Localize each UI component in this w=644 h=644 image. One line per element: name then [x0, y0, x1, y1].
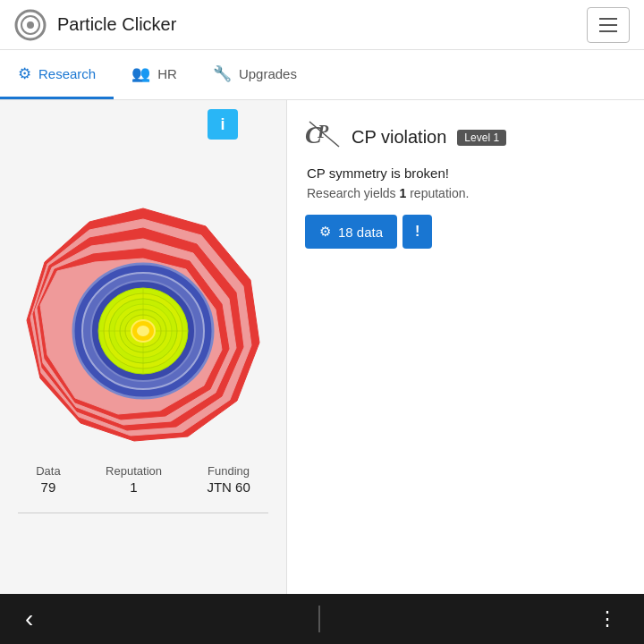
info-badge[interactable]: i [208, 109, 238, 140]
hamburger-button[interactable] [587, 7, 630, 43]
tab-research-label: Research [38, 66, 96, 81]
research-tab-icon: ⚙ [18, 64, 31, 83]
stat-data-label: Data [36, 464, 60, 478]
item-yield: Research yields 1 reputation. [307, 186, 626, 200]
tab-bar: ⚙ Research 👥 HR 🔧 Upgrades [0, 50, 644, 100]
app-title: Particle Clicker [57, 14, 176, 35]
tab-hr-label: HR [157, 66, 177, 81]
panel-divider [18, 513, 268, 513]
tab-upgrades-label: Upgrades [239, 66, 297, 81]
research-action-button[interactable]: ⚙ 18 data [305, 215, 397, 249]
nav-divider [318, 606, 320, 632]
stat-funding-label: Funding [208, 464, 250, 478]
exclamation-icon: ! [415, 224, 419, 240]
stat-reputation-value: 1 [130, 479, 137, 495]
app-bar: Particle Clicker [0, 0, 644, 50]
upgrades-tab-icon: 🔧 [213, 64, 232, 83]
particle-visualization[interactable] [18, 199, 268, 450]
tab-hr[interactable]: 👥 HR [114, 50, 195, 99]
research-btn-label: 18 data [338, 225, 383, 240]
yield-unit: reputation. [406, 186, 469, 200]
svg-text:P: P [317, 122, 329, 141]
more-options-button[interactable]: ⋮ [590, 600, 626, 638]
research-item-title: CP violation [352, 127, 446, 148]
cp-symbol-svg: C P [305, 118, 341, 150]
app-bar-left: Particle Clicker [14, 9, 176, 41]
svg-point-26 [137, 326, 149, 336]
tab-research[interactable]: ⚙ Research [0, 50, 114, 99]
research-item-header: C P CP violation Level 1 [305, 118, 626, 157]
gear-btn-icon: ⚙ [319, 224, 331, 240]
tab-upgrades[interactable]: 🔧 Upgrades [195, 50, 315, 99]
stat-funding-value: JTN 60 [207, 479, 250, 495]
hamburger-line-2 [599, 24, 617, 26]
stat-funding: Funding JTN 60 [207, 464, 250, 495]
item-description: CP symmetry is broken! [307, 165, 626, 181]
level-badge: Level 1 [457, 130, 506, 146]
stats-row: Data 79 Reputation 1 Funding JTN 60 [13, 464, 273, 504]
stat-data-value: 79 [41, 479, 56, 495]
right-panel: C P CP violation Level 1 CP symmetry is … [286, 100, 644, 594]
hamburger-line-1 [599, 18, 617, 20]
stat-data: Data 79 [36, 464, 60, 495]
app-logo-icon [14, 9, 47, 41]
bottom-nav-bar: ‹ ⋮ [0, 594, 644, 644]
hamburger-line-3 [599, 30, 617, 32]
hr-tab-icon: 👥 [131, 64, 150, 83]
particle-svg [18, 199, 268, 450]
cp-violation-icon: C P [305, 118, 341, 157]
warn-button[interactable]: ! [402, 215, 432, 249]
yield-prefix: Research yields [307, 186, 400, 200]
main-content: i [0, 100, 644, 594]
stat-reputation: Reputation 1 [106, 464, 162, 495]
back-button[interactable]: ‹ [18, 597, 40, 640]
left-panel: i [0, 100, 286, 594]
svg-point-2 [27, 21, 34, 29]
stat-reputation-label: Reputation [106, 464, 162, 478]
action-row: ⚙ 18 data ! [305, 215, 626, 249]
